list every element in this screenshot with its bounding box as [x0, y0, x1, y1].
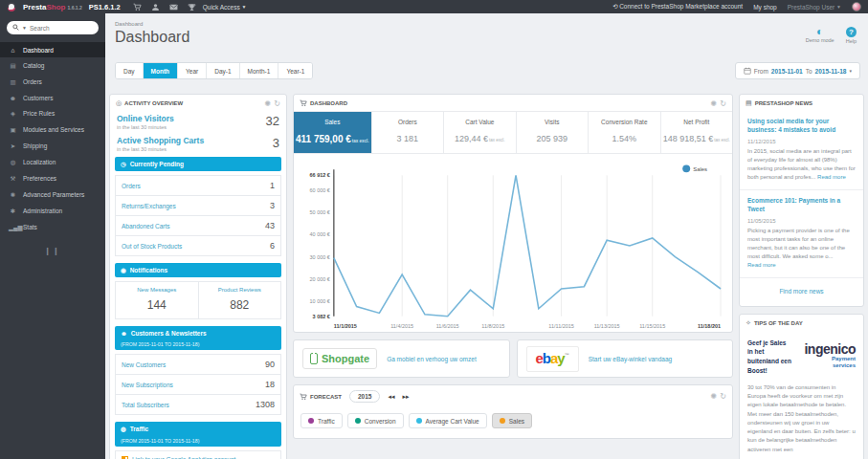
ebay-banner[interactable]: ebay™ Start uw eBay-winkel vandaag: [517, 339, 734, 378]
sidebar-item-shipping[interactable]: ➤Shipping: [0, 138, 105, 154]
svg-text:11/8/2015: 11/8/2015: [481, 323, 504, 329]
kpi-orders[interactable]: Orders 3 181: [372, 112, 444, 153]
new-messages-cell[interactable]: New Messages 144: [116, 282, 198, 318]
sidebar-item-administration[interactable]: ✱Administration: [0, 203, 105, 219]
chevron-down-icon[interactable]: ▼: [22, 25, 27, 31]
product-reviews-cell[interactable]: Product Reviews 882: [198, 282, 281, 318]
online-visitors-link[interactable]: Online Visitors: [117, 114, 279, 123]
panel-settings-icon[interactable]: ✺: [711, 100, 718, 107]
ingenico-sub2: services: [833, 362, 856, 368]
marketplace-link[interactable]: ⟲ Connect to PrestaShop Marketplace acco…: [612, 3, 743, 11]
date-range-picker[interactable]: From 2015-11-01 To 2015-11-18 ▾: [735, 62, 860, 79]
sidebar-item-dashboard[interactable]: ⌂Dashboard: [0, 42, 105, 57]
sidebar-item-price-rules[interactable]: ◈Price Rules: [0, 105, 105, 121]
chevron-down-icon: ▼: [242, 4, 247, 10]
bar-chart-icon: ▂▄▆: [9, 224, 17, 231]
sidebar-search[interactable]: ▼: [7, 21, 99, 34]
tab-month-minus-1[interactable]: Month-1: [240, 63, 279, 78]
tab-day[interactable]: Day: [116, 63, 144, 78]
read-more-link[interactable]: Read more: [747, 262, 776, 268]
forecast-panel: FORECAST 2015 ◂◂ ▸▸ ✺ ↻ Traffic Conversi…: [293, 384, 733, 439]
legend-average-cart-value[interactable]: Average Cart Value: [409, 413, 487, 428]
panel-settings-icon[interactable]: ✺: [265, 100, 272, 107]
new-subscriptions-row[interactable]: New Subscriptions18: [116, 374, 280, 394]
tab-year-minus-1[interactable]: Year-1: [278, 63, 312, 78]
panel-refresh-icon[interactable]: ↻: [720, 100, 726, 107]
demo-mode-label: Demo mode: [806, 37, 835, 43]
kpi-net-profit[interactable]: Net Profit 148 918,51 €tax excl.: [661, 112, 732, 153]
ingenico-logo[interactable]: ingenico Paymentservices: [797, 339, 856, 369]
legend-traffic[interactable]: Traffic: [300, 413, 343, 428]
truck-icon: ➤: [9, 142, 17, 150]
forecast-year-pill[interactable]: 2015: [349, 390, 380, 403]
traffic-header: ◍ Traffic (FROM 2015-11-01 TO 2015-11-18…: [115, 422, 281, 447]
legend-conversion[interactable]: Conversion: [347, 413, 404, 428]
conversion-dot-icon: [355, 418, 361, 424]
pending-row-returns[interactable]: Returns/Exchanges3: [116, 195, 280, 215]
legend-sales[interactable]: Sales: [492, 413, 532, 428]
sales-line-chart[interactable]: 11/1/201511/4/201511/6/201511/8/201511/1…: [294, 154, 732, 332]
total-subscribers-row[interactable]: Total Subscribers1308: [116, 394, 280, 414]
news-article-title[interactable]: Ecommerce 101: Payments in a Tweet: [747, 196, 856, 214]
kpi-cart-value[interactable]: Cart Value 129,44 €tax excl.: [444, 112, 516, 153]
currently-pending-header: ◷ Currently Pending: [115, 157, 281, 171]
previous-year-button[interactable]: ◂◂: [388, 393, 394, 401]
sidebar-item-localization[interactable]: ◍Localization: [0, 154, 105, 170]
sidebar-item-customers[interactable]: ☻Customers: [0, 90, 105, 105]
panel-refresh-icon[interactable]: ↻: [720, 393, 726, 400]
active-carts-subtitle: in the last 30 minutes: [117, 146, 279, 152]
cart-icon[interactable]: [133, 3, 142, 11]
ebay-link[interactable]: Start uw eBay-winkel vandaag: [589, 356, 672, 362]
new-customers-row[interactable]: New Customers90: [116, 355, 280, 374]
breadcrumb[interactable]: Dashboard: [115, 21, 189, 27]
person-icon[interactable]: [151, 3, 160, 11]
my-shop-link[interactable]: My shop: [753, 4, 777, 11]
pending-row-abandoned-carts[interactable]: Abandoned Carts43: [116, 215, 280, 235]
news-article-title[interactable]: Using social media for your business: 4 …: [747, 117, 856, 135]
user-avatar[interactable]: [852, 2, 861, 11]
user-menu[interactable]: PrestaShop User ▼: [788, 4, 841, 11]
pending-row-out-of-stock[interactable]: Out of Stock Products6: [116, 235, 280, 255]
sidebar-item-advanced-parameters[interactable]: ✺Advanced Parameters: [0, 186, 105, 203]
next-year-button[interactable]: ▸▸: [403, 393, 410, 401]
panel-refresh-icon[interactable]: ↻: [274, 100, 280, 107]
sidebar-item-catalog[interactable]: ▤Catalog: [0, 57, 105, 74]
trophy-icon[interactable]: [188, 3, 196, 11]
sidebar-item-modules[interactable]: ▣Modules and Services: [0, 121, 105, 138]
toggle-icon: ◐: [806, 27, 835, 37]
sidebar-collapse-button[interactable]: ❙❙: [0, 247, 105, 255]
find-more-news-link[interactable]: Find more news: [740, 277, 863, 306]
sidebar-item-stats[interactable]: ▂▄▆Stats: [0, 219, 105, 235]
svg-text:11/11/2015: 11/11/2015: [548, 323, 574, 329]
google-analytics-link[interactable]: Link to your Google Analytics account: [115, 450, 281, 459]
main-content: Dashboard Dashboard ◐ Demo mode ? Help D…: [105, 13, 868, 459]
brand-name[interactable]: PrestaShop1.6.1.2: [23, 3, 82, 11]
envelope-icon[interactable]: [169, 3, 178, 11]
shopgate-banner[interactable]: Shopgate Ga mobiel en verhoog uw omzet: [293, 339, 510, 378]
tab-day-minus-1[interactable]: Day-1: [207, 63, 239, 78]
pending-row-orders[interactable]: Orders1: [116, 176, 280, 195]
help-button[interactable]: ? Help: [846, 27, 857, 46]
quick-access-menu[interactable]: Quick Access ▼: [203, 4, 247, 11]
ps-version: PS1.6.1.2: [89, 3, 121, 11]
tab-year[interactable]: Year: [178, 63, 207, 78]
sidebar-item-preferences[interactable]: ⚒Preferences: [0, 170, 105, 186]
receipt-icon: ▥: [9, 78, 17, 86]
kpi-conversion-rate[interactable]: Conversion Rate 1.54%: [589, 112, 660, 153]
search-input[interactable]: [30, 25, 93, 32]
demo-mode-toggle[interactable]: ◐ Demo mode: [806, 27, 835, 46]
shopgate-link[interactable]: Ga mobiel en verhoog uw omzet: [387, 356, 477, 362]
sidebar-item-orders[interactable]: ▥Orders: [0, 74, 105, 90]
tab-month[interactable]: Month: [144, 63, 179, 78]
kpi-visits[interactable]: Visits 205 939: [517, 112, 589, 153]
cart-value-dot-icon: [416, 418, 422, 424]
panel-settings-icon[interactable]: ✺: [711, 393, 718, 400]
active-carts-link[interactable]: Active Shopping Carts: [117, 136, 279, 145]
online-visitors-subtitle: in the last 30 minutes: [117, 124, 279, 130]
panel-title: TIPS OF THE DAY: [754, 320, 803, 326]
news-article: Ecommerce 101: Payments in a Tweet 11/05…: [740, 190, 863, 277]
read-more-link[interactable]: Read more: [817, 174, 846, 180]
kpi-sales[interactable]: Sales 411 759,00 €tax excl.: [294, 112, 372, 153]
prestashop-logo[interactable]: [7, 2, 16, 11]
sidebar-item-label: Price Rules: [23, 110, 55, 117]
